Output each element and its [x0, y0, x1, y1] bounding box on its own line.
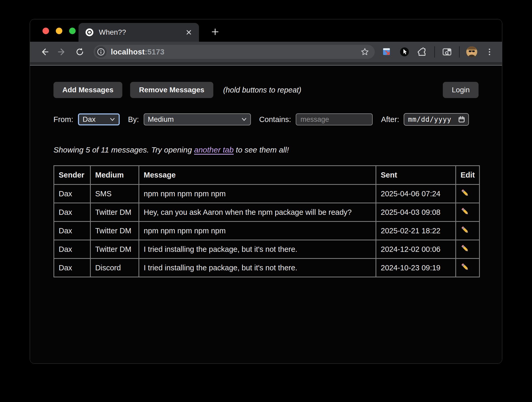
after-filter-group: After: mm/dd/yyyy [381, 113, 469, 126]
cell-sent: 2025-02-21 18:22 [376, 222, 456, 240]
reload-button[interactable] [72, 44, 87, 59]
from-label: From: [53, 115, 73, 124]
add-messages-button[interactable]: Add Messages [53, 82, 122, 98]
avatar [466, 46, 477, 58]
filters-row: From: Dax By: Medium [53, 113, 479, 126]
puzzle-extensions-icon [417, 47, 427, 57]
toolbar-right-icons [381, 46, 495, 58]
edit-message-button[interactable] [456, 240, 480, 259]
site-info-button[interactable] [95, 46, 107, 58]
by-filter-group: By: Medium [128, 113, 251, 125]
cell-message: npm npm npm npm npm [139, 185, 376, 203]
chevron-down-icon [110, 118, 115, 121]
back-button[interactable] [37, 44, 52, 59]
pencil-icon [461, 262, 470, 273]
contains-input[interactable] [296, 113, 373, 125]
by-select-value: Medium [148, 115, 239, 124]
window-extension-icon [382, 47, 392, 57]
url-port: :5173 [145, 48, 165, 56]
messages-table: Sender Medium Message Sent Edit Dax SMS … [53, 165, 480, 277]
contains-filter-group: Contains: [259, 113, 373, 125]
cell-medium: Twitter DM [90, 222, 139, 240]
pencil-icon [461, 188, 470, 199]
by-select[interactable]: Medium [144, 113, 251, 125]
table-row: Dax SMS npm npm npm npm npm 2025-04-06 0… [54, 185, 480, 203]
from-filter-group: From: Dax [53, 113, 120, 125]
cell-medium: Twitter DM [90, 203, 139, 222]
edit-message-button[interactable] [456, 203, 480, 222]
from-select-value: Dax [83, 115, 107, 124]
bookmark-star-icon [360, 47, 370, 57]
page-content: Add Messages Remove Messages (hold butto… [30, 66, 502, 363]
cell-sender: Dax [54, 203, 90, 222]
after-label: After: [381, 115, 399, 124]
cell-sender: Dax [54, 259, 90, 277]
browser-toolbar: localhost:5173 [30, 42, 502, 62]
bookmark-star-button[interactable] [359, 46, 371, 58]
by-label: By: [128, 115, 139, 124]
header-medium: Medium [90, 166, 139, 185]
tab-title: When?? [99, 28, 180, 36]
cell-sender: Dax [54, 185, 90, 203]
address-bar[interactable]: localhost:5173 [94, 45, 375, 59]
side-panel-search-button[interactable] [441, 46, 453, 58]
reload-icon [75, 47, 84, 57]
close-tab-icon[interactable] [185, 29, 192, 36]
contains-label: Contains: [259, 115, 291, 124]
table-row: Dax Twitter DM I tried installing the pa… [54, 240, 480, 259]
cursor-extension-button[interactable] [399, 46, 410, 58]
cell-sent: 2024-10-23 09:19 [376, 259, 456, 277]
edit-message-button[interactable] [456, 259, 480, 277]
header-message: Message [139, 166, 376, 185]
another-tab-link[interactable]: another tab [194, 145, 234, 154]
plus-icon [211, 28, 219, 36]
traffic-lights [43, 28, 76, 34]
browser-tab[interactable]: When?? [78, 23, 199, 42]
cell-sender: Dax [54, 222, 90, 240]
new-tab-button[interactable] [210, 27, 220, 37]
cell-message: npm npm npm npm npm [139, 222, 376, 240]
url-text: localhost:5173 [111, 48, 355, 56]
desktop-background: When?? [0, 0, 532, 402]
close-window-button[interactable] [43, 28, 49, 34]
status-prefix: Showing 5 of 11 messages. Try opening [53, 145, 194, 154]
window-extension-button[interactable] [381, 46, 392, 58]
pencil-icon [461, 225, 470, 236]
table-row: Dax Twitter DM Hey, can you ask Aaron wh… [54, 203, 480, 222]
after-date-input[interactable]: mm/dd/yyyy [404, 113, 469, 126]
profile-avatar[interactable] [466, 46, 477, 58]
extensions-menu-button[interactable] [416, 46, 428, 58]
chevron-down-icon [241, 118, 247, 121]
pencil-icon [461, 244, 470, 255]
table-row: Dax Twitter DM npm npm npm npm npm 2025-… [54, 222, 480, 240]
sync-icon [85, 28, 94, 36]
minimize-window-button[interactable] [56, 28, 62, 34]
messages-tbody: Dax SMS npm npm npm npm npm 2025-04-06 0… [54, 185, 480, 277]
browser-menu-button[interactable] [484, 46, 495, 58]
remove-messages-button[interactable]: Remove Messages [130, 82, 213, 98]
toolbar-separator [459, 46, 460, 58]
status-suffix: to see them all! [234, 145, 289, 154]
side-panel-search-icon [442, 47, 452, 57]
toolbar-bottom-edge [30, 62, 502, 66]
forward-arrow-icon [57, 47, 67, 57]
cell-medium: Discord [90, 259, 139, 277]
zoom-window-button[interactable] [69, 28, 76, 34]
calendar-icon[interactable] [458, 116, 465, 123]
after-date-placeholder: mm/dd/yyyy [408, 115, 456, 123]
forward-button[interactable] [55, 44, 70, 59]
status-line: Showing 5 of 11 messages. Try opening an… [53, 145, 479, 154]
cell-sent: 2024-12-02 00:06 [376, 240, 456, 259]
from-select[interactable]: Dax [78, 113, 120, 125]
edit-message-button[interactable] [456, 185, 480, 203]
cell-message: I tried installing the package, but it's… [139, 240, 376, 259]
actions-row: Add Messages Remove Messages (hold butto… [53, 82, 479, 98]
login-button[interactable]: Login [443, 82, 479, 98]
edit-message-button[interactable] [456, 222, 480, 240]
header-edit: Edit [456, 166, 480, 185]
cell-sent: 2025-04-06 07:24 [376, 185, 456, 203]
cell-message: Hey, can you ask Aaron when the npm pack… [139, 203, 376, 222]
cell-medium: SMS [90, 185, 139, 203]
table-header-row: Sender Medium Message Sent Edit [54, 166, 480, 185]
browser-window: When?? [30, 19, 502, 364]
